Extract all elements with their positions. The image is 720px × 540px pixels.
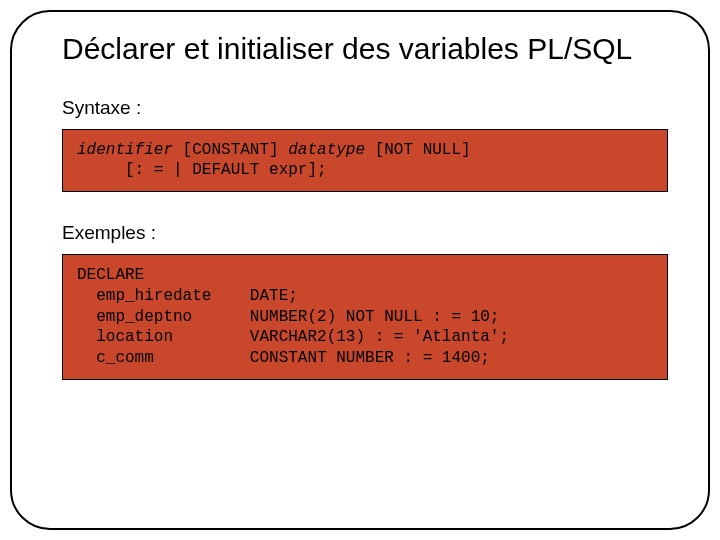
code-identifier: identifier [77,141,173,159]
code-datatype: datatype [288,141,365,159]
page-title: Déclarer et initialiser des variables PL… [62,32,668,67]
examples-label: Exemples : [62,222,668,244]
syntax-label: Syntaxe : [62,97,668,119]
slide-frame: Déclarer et initialiser des variables PL… [10,10,710,530]
syntax-codebox: identifier [CONSTANT] datatype [NOT NULL… [62,129,668,193]
examples-codebox: DECLARE emp_hiredate DATE; emp_deptno NU… [62,254,668,380]
code-constant: [CONSTANT] [173,141,288,159]
code-notnull: [NOT NULL] [365,141,471,159]
code-default-line: [: = | DEFAULT expr]; [77,161,327,179]
